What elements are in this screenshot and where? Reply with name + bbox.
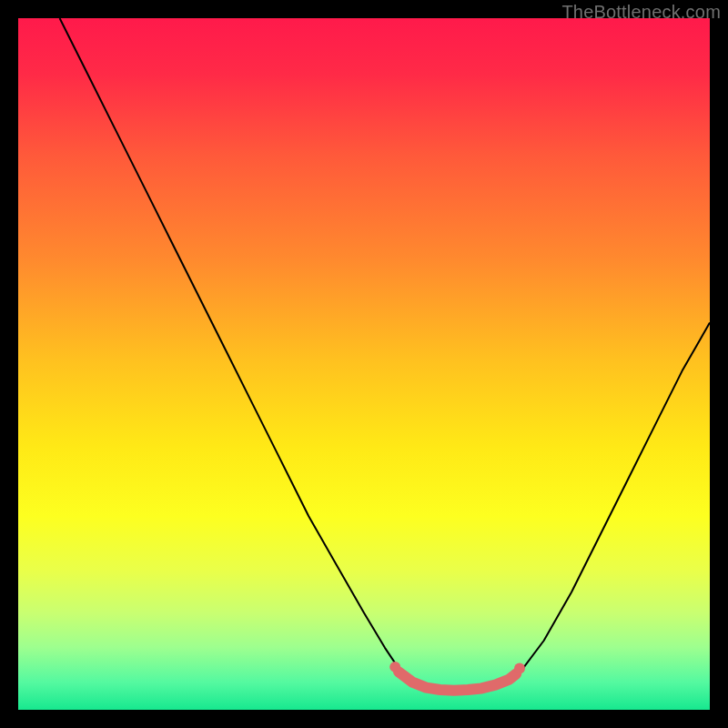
bottleneck-chart bbox=[18, 18, 710, 710]
chart-background bbox=[18, 18, 710, 710]
marker-valley-dot-left bbox=[389, 662, 400, 672]
chart-stage: TheBottleneck.com bbox=[0, 0, 728, 728]
marker-valley-dot-right bbox=[514, 662, 525, 673]
